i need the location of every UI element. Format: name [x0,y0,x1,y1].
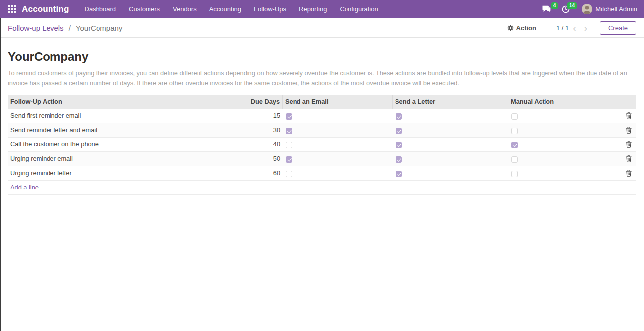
page-title: YourCompany [8,50,636,64]
control-panel-divider [546,22,546,34]
follow-up-action-cell[interactable]: Call the customer on the phone [8,141,198,148]
chat-icon [542,5,551,13]
table-body: Send first reminder email 15 [8,109,636,181]
follow-up-action-cell[interactable]: Send reminder letter and email [8,126,198,134]
user-name: Mitchell Admin [595,5,637,13]
activities-count-badge: 14 [567,2,577,9]
column-header-send-an-email[interactable]: Send an Email [283,95,393,109]
activities-button[interactable]: 14 [558,0,577,18]
column-header-send-a-letter[interactable]: Send a Letter [393,95,508,109]
follow-up-action-cell[interactable]: Urging reminder email [8,155,198,162]
messages-count-badge: 4 [551,2,558,9]
column-header-actions [621,95,636,109]
trash-icon [626,141,632,148]
manual-action-checkbox[interactable] [511,156,518,163]
trash-icon [626,127,632,134]
delete-row-button[interactable] [621,170,636,177]
manual-action-checkbox[interactable] [511,128,518,134]
column-header-manual-action[interactable]: Manual Action [508,95,621,109]
due-days-cell[interactable]: 60 [198,169,283,177]
send-letter-checkbox[interactable] [396,156,402,163]
send-letter-checkbox[interactable] [396,171,402,177]
chevron-right-icon[interactable]: › [580,23,591,33]
table-row[interactable]: Call the customer on the phone 40 [8,138,636,152]
follow-up-action-cell[interactable]: Send first reminder email [8,112,198,119]
messages-button[interactable]: 4 [538,0,558,18]
follow-up-levels-table: Follow-Up Action Due Days Send an Email … [8,95,636,195]
action-label: Action [516,24,536,32]
follow-up-action-cell[interactable]: Urging reminder letter [8,169,198,177]
send-email-checkbox[interactable] [286,171,292,177]
form-sheet: YourCompany To remind customers of payin… [0,50,644,195]
page-description: To remind customers of paying their invo… [8,68,630,89]
avatar [582,4,592,14]
navbar-right: 4 14 Mitchell Admin [538,0,644,18]
add-a-line-link[interactable]: Add a line [8,184,39,191]
due-days-cell[interactable]: 30 [198,126,283,134]
trash-icon [626,155,632,162]
send-email-checkbox[interactable] [286,128,292,134]
due-days-cell[interactable]: 40 [198,141,283,148]
column-header-due-days[interactable]: Due Days [198,95,283,109]
send-email-checkbox[interactable] [286,156,292,163]
apps-menu-button[interactable] [0,0,21,18]
apps-grid-icon [8,5,16,13]
nav-item-vendors[interactable]: Vendors [166,0,203,18]
pager-value: 1 / 1 [556,24,569,32]
control-panel-right: Action 1 / 1 ‹ › Create [507,21,636,35]
table-row[interactable]: Send reminder letter and email 30 [8,123,636,138]
trash-icon [626,170,632,177]
send-email-checkbox[interactable] [286,142,292,148]
nav-item-dashboard[interactable]: Dashboard [78,0,123,18]
app-title[interactable]: Accounting [22,4,69,14]
create-button[interactable]: Create [600,21,636,35]
control-panel: Follow-up Levels / YourCompany Action 1 … [0,18,644,38]
nav-item-configuration[interactable]: Configuration [333,0,384,18]
manual-action-checkbox[interactable] [511,113,518,120]
delete-row-button[interactable] [621,127,636,134]
window-left-edge [0,18,1,331]
table-header-row: Follow-Up Action Due Days Send an Email … [8,95,636,109]
table-row[interactable]: Urging reminder letter 60 [8,166,636,181]
top-navbar: Accounting Dashboard Customers Vendors A… [0,0,644,18]
gear-icon [507,25,514,31]
manual-action-checkbox[interactable] [511,142,518,148]
send-letter-checkbox[interactable] [396,113,402,120]
nav-item-customers[interactable]: Customers [122,0,166,18]
table-row[interactable]: Urging reminder email 50 [8,152,636,166]
breadcrumb-follow-up-levels[interactable]: Follow-up Levels [8,24,64,32]
breadcrumb: Follow-up Levels / YourCompany [8,24,122,32]
column-header-follow-up-action[interactable]: Follow-Up Action [8,95,198,109]
delete-row-button[interactable] [621,155,636,162]
send-email-checkbox[interactable] [286,113,292,120]
chevron-left-icon[interactable]: ‹ [569,23,580,33]
add-line-row: Add a line [8,181,636,195]
user-menu[interactable]: Mitchell Admin [582,4,637,14]
action-menu-button[interactable]: Action [507,24,536,32]
due-days-cell[interactable]: 50 [198,155,283,162]
trash-icon [626,112,632,119]
nav-item-accounting[interactable]: Accounting [203,0,248,18]
nav-item-follow-ups[interactable]: Follow-Ups [248,0,293,18]
due-days-cell[interactable]: 15 [198,112,283,119]
delete-row-button[interactable] [621,141,636,148]
delete-row-button[interactable] [621,112,636,119]
nav-item-reporting[interactable]: Reporting [293,0,333,18]
send-letter-checkbox[interactable] [396,142,402,148]
breadcrumb-separator: / [69,24,71,32]
breadcrumb-current: YourCompany [76,24,123,32]
send-letter-checkbox[interactable] [396,128,402,134]
manual-action-checkbox[interactable] [511,171,518,177]
table-row[interactable]: Send first reminder email 15 [8,109,636,123]
